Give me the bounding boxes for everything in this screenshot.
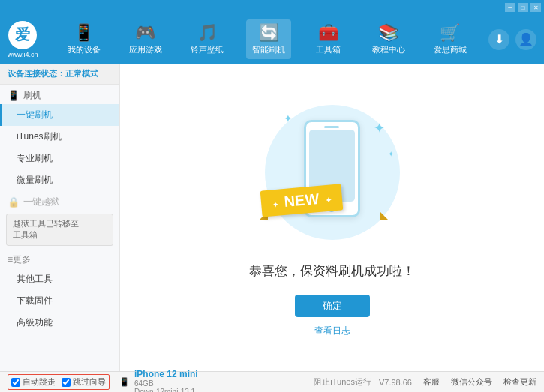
toolbox-icon: 🧰 [318,23,338,43]
sidebar-item-itunes-flash[interactable]: iTunes刷机 [0,126,119,148]
nav-right: ⬇ 👤 [488,29,536,50]
logo: 爱 www.i4.cn [8,21,38,58]
device-phone-icon: 📱 [119,377,130,387]
bottom-bar: 自动跳走 跳过向导 📱 iPhone 12 mini 64GB Down-12m… [0,371,544,392]
success-illustration: ✦ ✦ ✦ ✦ NEW [257,97,407,247]
download-button[interactable]: ⬇ [488,29,509,50]
other-tools-label: 其他工具 [17,274,53,284]
device-model: Down-12mini-13,1 [134,388,198,393]
jailbreak-info-text: 越狱工具已转移至工具箱 [13,219,79,239]
itunes-status-text: 阻止iTunes运行 [314,377,371,386]
sidebar-item-pro-flash[interactable]: 专业刷机 [0,148,119,169]
sidebar-item-one-click-flash[interactable]: 一键刷机 [0,104,119,126]
view-log-link[interactable]: 查看日志 [314,325,350,337]
more-section-icon: ≡ [8,254,13,265]
nav-tutorial[interactable]: 📚 教程中心 [366,19,411,59]
content-area: ✦ ✦ ✦ ✦ NEW 恭喜您，保资料刷机成功啦！ 确定 查看日志 [120,64,544,371]
status-label: 设备连接状态： [8,69,65,78]
more-section-title: 更多 [13,253,31,266]
nav-toolbox[interactable]: 🧰 工具箱 [308,19,349,59]
sidebar-item-advanced[interactable]: 高级功能 [0,312,119,334]
main-area: 设备连接状态：正常模式 📱 刷机 一键刷机 iTunes刷机 专业刷机 微量刷机… [0,64,544,371]
ringtone-icon: 🎵 [197,23,218,43]
device-status: 设备连接状态：正常模式 [0,64,119,85]
sidebar-item-download-firmware[interactable]: 下载固件 [0,290,119,312]
logo-url: www.i4.cn [8,51,38,58]
itunes-status: 阻止iTunes运行 [314,376,371,388]
close-button[interactable]: ✕ [530,3,541,12]
flash-icon: 🔄 [259,23,279,43]
nav-ringtones-label: 铃声壁纸 [191,44,224,55]
micro-flash-label: 微量刷机 [17,175,53,185]
bottom-right: V7.98.66 客服 微信公众号 检查更新 [379,376,536,388]
device-storage: 64GB [134,379,198,388]
pro-flash-label: 专业刷机 [17,153,53,163]
nav-smart-flash[interactable]: 🔄 智能刷机 [246,19,291,59]
device-name: iPhone 12 mini [134,369,198,379]
confirm-button[interactable]: 确定 [295,295,370,317]
flash-section-icon: 📱 [8,90,20,101]
nav-store-label: 爱思商城 [434,44,467,55]
nav-my-device-label: 我的设备 [68,44,101,55]
skip-guide-text: 跳过向导 [73,376,106,388]
skip-guide-checkbox[interactable] [62,378,71,387]
itunes-flash-label: iTunes刷机 [17,131,62,142]
nav-smart-flash-label: 智能刷机 [252,44,285,55]
bottom-left: 自动跳走 跳过向导 📱 iPhone 12 mini 64GB Down-12m… [8,369,314,393]
top-nav: 爱 www.i4.cn 📱 我的设备 🎮 应用游戏 🎵 铃声壁纸 🔄 智能刷机 … [0,15,544,64]
ribbon-triangle-right [380,211,389,220]
sidebar: 设备连接状态：正常模式 📱 刷机 一键刷机 iTunes刷机 专业刷机 微量刷机… [0,64,120,371]
flash-section-title: 刷机 [23,89,41,102]
auto-jump-checkbox[interactable] [11,378,20,387]
jailbreak-info: 越狱工具已转移至工具箱 [6,214,113,246]
nav-ringtones[interactable]: 🎵 铃声壁纸 [185,19,230,59]
sparkle-2: ✦ [374,120,385,136]
sparkle-3: ✦ [388,150,394,158]
jailbreak-section-icon: 🔒 [8,196,20,208]
logo-circle: 爱 [8,21,37,49]
nav-apps-label: 应用游戏 [129,44,162,55]
phone-notch [324,126,339,128]
apps-icon: 🎮 [135,23,155,43]
skip-guide-label[interactable]: 跳过向导 [62,376,106,388]
device-icon: 📱 [74,23,94,43]
store-icon: 🛒 [440,23,460,43]
device-details: iPhone 12 mini 64GB Down-12mini-13,1 [134,369,198,393]
new-badge-text: NEW [283,190,319,210]
nav-store[interactable]: 🛒 爱思商城 [428,19,473,59]
maximize-button[interactable]: □ [518,3,528,12]
sidebar-item-other-tools[interactable]: 其他工具 [0,268,119,290]
title-bar: ─ □ ✕ [0,0,544,15]
minimize-button[interactable]: ─ [505,3,515,12]
jailbreak-section-title: 一键越狱 [23,196,59,208]
logo-icon: 爱 [15,25,30,45]
sidebar-section-flash: 📱 刷机 [0,85,119,104]
wechat-link[interactable]: 微信公众号 [451,376,492,388]
device-info: 📱 iPhone 12 mini 64GB Down-12mini-13,1 [119,369,198,393]
download-firmware-label: 下载固件 [17,295,53,306]
nav-my-device[interactable]: 📱 我的设备 [62,19,107,59]
advanced-label: 高级功能 [17,317,53,328]
status-value: 正常模式 [65,69,98,78]
customer-service-link[interactable]: 客服 [423,376,440,388]
success-message: 恭喜您，保资料刷机成功啦！ [249,262,415,280]
tutorial-icon: 📚 [378,23,398,43]
sidebar-item-micro-flash[interactable]: 微量刷机 [0,169,119,191]
sidebar-section-more: ≡ 更多 [0,249,119,268]
auto-jump-label[interactable]: 自动跳走 [11,376,56,388]
checkboxes-area: 自动跳走 跳过向导 [8,374,110,390]
user-button[interactable]: 👤 [515,29,536,50]
version-label: V7.98.66 [379,378,412,387]
auto-jump-text: 自动跳走 [23,376,56,388]
check-update-link[interactable]: 检查更新 [503,376,536,388]
nav-tutorial-label: 教程中心 [372,44,405,55]
one-click-flash-label: 一键刷机 [17,109,53,120]
nav-apps-games[interactable]: 🎮 应用游戏 [123,19,168,59]
nav-items: 📱 我的设备 🎮 应用游戏 🎵 铃声壁纸 🔄 智能刷机 🧰 工具箱 📚 教程中心… [53,19,481,59]
sidebar-section-jailbreak: 🔒 一键越狱 [0,191,119,211]
window-controls[interactable]: ─ □ ✕ [505,3,541,12]
nav-toolbox-label: 工具箱 [316,44,341,55]
sparkle-1: ✦ [284,112,293,124]
